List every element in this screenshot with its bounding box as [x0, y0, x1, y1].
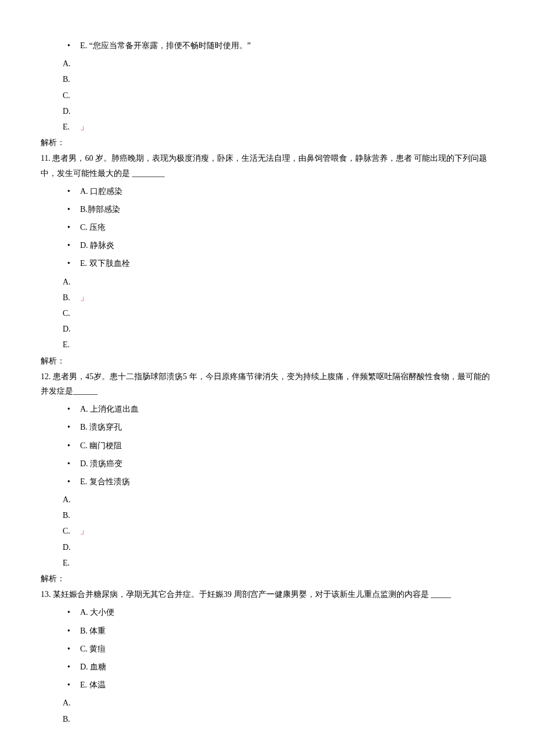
q10-ans-b: B.	[41, 72, 493, 87]
q10-analysis-label: 解析：	[41, 135, 493, 150]
q11-option-e: E. 双下肢血栓	[70, 256, 493, 271]
q13-option-c: C. 黄疸	[70, 642, 493, 656]
q12-option-c: C. 幽门梗阻	[70, 438, 493, 453]
q11-ans-d: D.	[41, 322, 493, 336]
q11-option-a: A. 口腔感染	[70, 184, 493, 199]
q11-stem: 11. 患者男，60 岁。肺癌晚期，表现为极度消瘦，卧床，生活无法自理，由鼻饲管…	[41, 151, 493, 180]
q11-option-d: D. 静脉炎	[70, 238, 493, 253]
q13-ans-b: B.	[41, 712, 493, 726]
q13-option-d: D. 血糖	[70, 660, 493, 674]
q10-option-e-text: E. “您应当常备开塞露，排便不畅时随时使用。”	[80, 41, 251, 50]
q12-option-e: E. 复合性溃疡	[70, 474, 493, 489]
q11-ans-c: C.	[41, 306, 493, 321]
q10-ans-e: E.」	[41, 120, 493, 134]
q11-ans-a: A.	[41, 275, 493, 289]
q13-ans-a: A.	[41, 696, 493, 710]
q10-correct-mark: 」	[80, 123, 88, 131]
q10-ans-a: A.	[41, 56, 493, 71]
q12-ans-a: A.	[41, 492, 493, 507]
q12-ans-b: B.	[41, 508, 493, 523]
q10-option-e: E. “您应当常备开塞露，排便不畅时随时使用。”	[70, 38, 493, 53]
q12-option-b: B. 溃疡穿孔	[70, 420, 493, 434]
q12-option-d: D. 溃疡癌变	[70, 456, 493, 471]
q11-ans-b: B.」	[41, 290, 493, 305]
q13-option-e: E. 体温	[70, 678, 493, 692]
q12-ans-e: E.	[41, 556, 493, 570]
q12-ans-c: C.」	[41, 524, 493, 538]
q13-stem: 13. 某妊娠合并糖尿病，孕期无其它合并症。于妊娠39 周剖宫产一健康男婴，对于…	[41, 587, 493, 602]
q11-ans-e: E.	[41, 337, 493, 352]
q10-ans-c: C.	[41, 88, 493, 103]
q10-ans-d: D.	[41, 104, 493, 118]
q11-correct-mark: 」	[80, 293, 88, 302]
q11-option-c: C. 压疮	[70, 220, 493, 235]
q12-correct-mark: 」	[80, 527, 88, 535]
q12-option-a: A. 上消化道出血	[70, 402, 493, 416]
q13-option-b: B. 体重	[70, 624, 493, 638]
q11-option-b: B.肺部感染	[70, 202, 493, 217]
q13-option-a: A. 大小便	[70, 605, 493, 620]
q11-analysis-label: 解析：	[41, 354, 493, 368]
q12-analysis-label: 解析：	[41, 571, 493, 586]
q12-ans-d: D.	[41, 540, 493, 555]
q12-stem: 12. 患者男，45岁。患十二指肠球部溃疡5 年，今日原疼痛节律消失，变为持续上…	[41, 369, 493, 398]
